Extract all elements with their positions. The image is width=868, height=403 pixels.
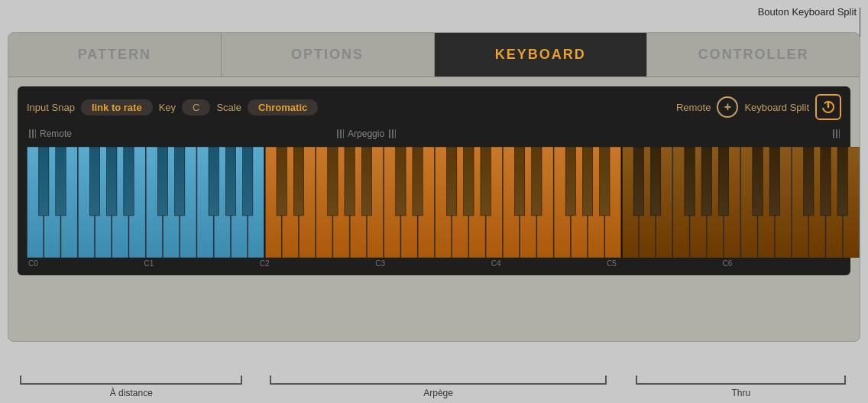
- svg-rect-9: [392, 129, 394, 138]
- note-c5: C5: [607, 259, 722, 268]
- keyboard-split-power-button[interactable]: [815, 94, 841, 120]
- svg-rect-13: [839, 129, 840, 138]
- link-to-rate-pill[interactable]: link to rate: [81, 99, 153, 115]
- input-snap-label: Input Snap: [27, 102, 75, 113]
- zone-thru-handle: [832, 128, 840, 140]
- zone-remote-label: Remote: [28, 128, 72, 140]
- magnify-button[interactable]: [717, 96, 738, 118]
- note-c4: C4: [491, 259, 607, 268]
- tab-bar: PATTERN OPTIONS KEYBOARD CONTROLLER: [8, 33, 860, 77]
- svg-rect-8: [389, 129, 390, 138]
- svg-rect-4: [35, 129, 36, 138]
- content-area: Input Snap link to rate Key C Scale Chro…: [18, 86, 850, 275]
- thru-drag-handle[interactable]: [832, 128, 840, 140]
- key-label: Key: [159, 102, 176, 113]
- svg-rect-3: [32, 129, 34, 138]
- zone-arpeggio-label: Arpeggio: [336, 128, 396, 140]
- annotation-text: Bouton Keyboard Split: [758, 6, 857, 18]
- note-c6: C6: [723, 259, 838, 268]
- remote-drag-handle[interactable]: [28, 128, 36, 140]
- tab-pattern[interactable]: PATTERN: [8, 33, 222, 76]
- main-panel: PATTERN OPTIONS KEYBOARD CONTROLLER Inpu…: [8, 32, 860, 342]
- zone-labels-row: Remote Arpeggio: [27, 128, 841, 145]
- note-c2: C2: [260, 259, 375, 268]
- a-distance-label: À distance: [110, 388, 153, 398]
- note-c0: C0: [27, 259, 144, 268]
- controls-row: Input Snap link to rate Key C Scale Chro…: [27, 94, 841, 120]
- a-distance-bracket: [20, 375, 242, 385]
- tab-options[interactable]: OPTIONS: [222, 33, 435, 76]
- annotation-arpege: Arpège: [255, 375, 622, 398]
- tab-controller[interactable]: CONTROLLER: [647, 33, 860, 76]
- svg-rect-2: [29, 129, 31, 138]
- remote-label: Remote: [676, 102, 711, 113]
- key-value-pill[interactable]: C: [182, 99, 210, 115]
- piano-keyboard[interactable]: [27, 147, 860, 258]
- keyboard-split-label: Keyboard Split: [744, 102, 809, 113]
- annotation-thru: Thru: [622, 375, 860, 398]
- bottom-annotations: À distance Arpège Thru: [8, 375, 860, 398]
- power-icon: [821, 100, 835, 114]
- note-c1: C1: [144, 259, 259, 268]
- svg-rect-6: [340, 129, 342, 138]
- svg-rect-11: [833, 129, 834, 138]
- svg-rect-12: [836, 129, 837, 138]
- annotation-a-distance: À distance: [8, 375, 255, 398]
- arpeggio-drag-handle-right[interactable]: [388, 128, 396, 140]
- thru-bracket: [636, 375, 846, 385]
- scale-value-pill[interactable]: Chromatic: [248, 99, 318, 115]
- arpeggio-drag-handle-left[interactable]: [336, 128, 344, 140]
- note-labels-row: C0 C1 C2 C3 C4 C5 C6: [27, 258, 841, 268]
- thru-label: Thru: [731, 388, 750, 398]
- arpege-label: Arpège: [423, 388, 453, 398]
- arpege-bracket: [270, 375, 607, 385]
- scale-label: Scale: [216, 102, 241, 113]
- svg-rect-5: [337, 129, 338, 138]
- svg-rect-7: [343, 129, 344, 138]
- note-c3: C3: [375, 259, 491, 268]
- svg-rect-10: [395, 129, 396, 138]
- tab-keyboard[interactable]: KEYBOARD: [435, 33, 648, 76]
